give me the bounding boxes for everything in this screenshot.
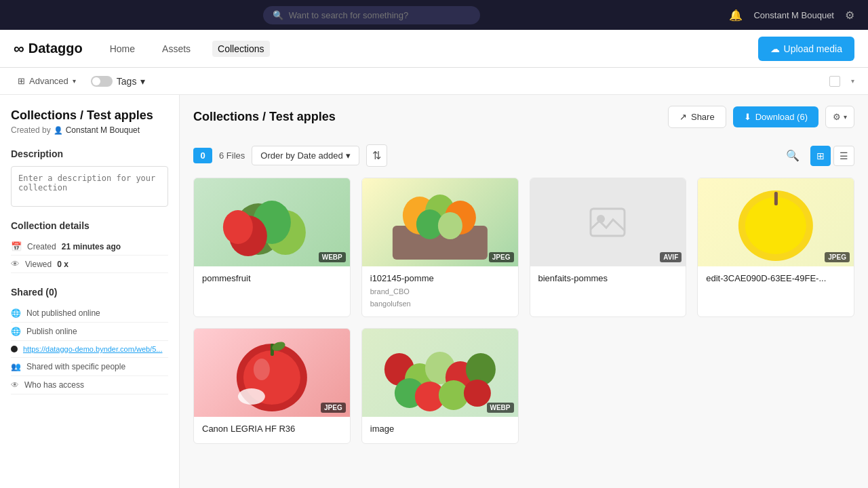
navbar: ∞ Dataggo Home Assets Collections ☁ Uplo… xyxy=(0,30,868,68)
eye-icon: 👁 xyxy=(11,259,20,269)
media-card[interactable]: JPEG Canon LEGRIA HF R36 xyxy=(193,328,351,444)
notification-icon[interactable]: 🔔 xyxy=(729,9,743,22)
main-content: Collections / Test apples Created by 👤 C… xyxy=(0,95,868,488)
advanced-button[interactable]: ⊞ Advanced ▾ xyxy=(14,73,80,89)
toggle-track[interactable] xyxy=(91,76,113,87)
details-section-title: Collection details xyxy=(11,220,168,231)
shared-section-title: Shared (0) xyxy=(11,287,168,298)
navbar-left: ∞ Dataggo Home Assets Collections xyxy=(14,40,270,58)
created-by-user: Constant M Bouquet xyxy=(66,125,140,135)
list-view-button[interactable]: ☰ xyxy=(833,146,854,166)
nav-home[interactable]: Home xyxy=(104,41,140,57)
media-card[interactable]: JPEG edit-3CAE090D-63EE-49FE-... xyxy=(697,178,854,317)
upload-media-button[interactable]: ☁ Upload media xyxy=(758,37,854,61)
format-badge: JPEG xyxy=(321,403,346,413)
files-label: 6 Files xyxy=(219,150,245,161)
share-icon: ↗ xyxy=(679,112,687,122)
media-card[interactable]: JPEG i102145-pomme brand_CBObangolufsen xyxy=(361,178,519,317)
media-thumbnail: JPEG xyxy=(362,178,518,266)
media-card[interactable]: WEBP image xyxy=(361,328,519,444)
toggle-thumb xyxy=(92,77,100,85)
publish-online-item[interactable]: 🌐 Publish online xyxy=(11,323,168,341)
content-area: Collections / Test apples ↗ Share ⬇ Down… xyxy=(180,95,868,488)
advanced-chevron-icon: ▾ xyxy=(73,77,76,85)
svg-rect-15 xyxy=(774,192,778,205)
user-icon: 👤 xyxy=(54,126,63,135)
checkbox-chevron-icon[interactable]: ▾ xyxy=(851,77,854,85)
media-info: edit-3CAE090D-63EE-49FE-... xyxy=(698,266,854,293)
globe-outline-icon: 🌐 xyxy=(11,327,21,336)
not-published-item[interactable]: 🌐 Not published online xyxy=(11,304,168,323)
format-badge: JPEG xyxy=(489,252,514,262)
select-all-checkbox[interactable] xyxy=(829,76,840,87)
share-button[interactable]: ↗ Share xyxy=(668,106,726,128)
created-by-label: Created by xyxy=(11,125,51,135)
shared-people-item[interactable]: 👥 Shared with specific people xyxy=(11,358,168,376)
media-thumbnail: WEBP xyxy=(362,329,518,417)
svg-rect-11 xyxy=(591,209,625,236)
description-input[interactable] xyxy=(11,166,168,207)
media-thumbnail: JPEG xyxy=(194,329,350,417)
media-name: i102145-pomme xyxy=(370,273,510,283)
media-thumbnail: WEBP xyxy=(194,178,350,266)
filter-sort-button[interactable]: ⇅ xyxy=(366,144,387,167)
upload-icon: ☁ xyxy=(770,43,780,54)
media-info: pommesfruit xyxy=(194,266,350,293)
description-section-title: Description xyxy=(11,148,168,159)
grid-view-button[interactable]: ⊞ xyxy=(810,146,831,166)
search-icon: 🔍 xyxy=(273,10,283,20)
download-icon: ⬇ xyxy=(744,112,751,122)
svg-point-18 xyxy=(254,359,270,380)
filter-bar: 0 6 Files Order by Date added ▾ ⇅ 🔍 ⊞ ☰ xyxy=(193,144,854,167)
content-inner: 0 6 Files Order by Date added ▾ ⇅ 🔍 ⊞ ☰ xyxy=(180,134,868,455)
nav-collections[interactable]: Collections xyxy=(212,41,269,57)
shared-section: Shared (0) 🌐 Not published online 🌐 Publ… xyxy=(11,287,168,394)
media-info: image xyxy=(362,417,518,443)
filter-icon: ⊞ xyxy=(18,76,25,86)
download-button[interactable]: ⬇ Download (6) xyxy=(733,106,818,127)
media-meta: brand_CBObangolufsen xyxy=(370,286,510,310)
order-button[interactable]: Order by Date added ▾ xyxy=(252,146,359,165)
media-grid: WEBP pommesfruit xyxy=(193,178,854,444)
svg-point-4 xyxy=(223,210,253,244)
media-thumbnail: AVIF xyxy=(530,178,686,266)
search-input[interactable] xyxy=(289,10,471,20)
media-card[interactable]: WEBP pommesfruit xyxy=(193,178,351,317)
share-url-item[interactable]: https://dataggo-demo.bynder.com/web/5... xyxy=(11,341,168,358)
who-access-item[interactable]: 👁 Who has access xyxy=(11,376,168,394)
gear-icon: ⚙ xyxy=(833,112,841,122)
media-name: Canon LEGRIA HF R36 xyxy=(202,424,342,434)
media-card[interactable]: AVIF bienfaits-pommes xyxy=(530,178,687,317)
svg-point-21 xyxy=(238,388,265,405)
media-name: edit-3CAE090D-63EE-49FE-... xyxy=(706,273,846,283)
media-thumbnail: JPEG xyxy=(698,178,854,266)
collection-settings-button[interactable]: ⚙ ▾ xyxy=(825,106,854,128)
sidebar: Collections / Test apples Created by 👤 C… xyxy=(0,95,180,488)
created-detail: 📅 Created 21 minutes ago xyxy=(11,238,168,256)
nav-links: Home Assets Collections xyxy=(104,41,270,57)
tags-toggle[interactable]: Tags ▾ xyxy=(91,76,146,87)
media-name: pommesfruit xyxy=(202,273,342,283)
globe-icon: 🌐 xyxy=(11,308,21,318)
order-chevron-icon: ▾ xyxy=(346,150,351,161)
view-toggle: ⊞ ☰ xyxy=(810,146,854,166)
grid-search-button[interactable]: 🔍 xyxy=(782,145,804,166)
svg-point-10 xyxy=(438,212,462,239)
media-info: bienfaits-pommes xyxy=(530,266,686,293)
search-container[interactable]: 🔍 xyxy=(263,6,480,24)
selected-count-badge: 0 xyxy=(193,148,212,163)
settings-chevron-icon: ▾ xyxy=(844,113,847,121)
media-info: i102145-pomme brand_CBObangolufsen xyxy=(362,266,518,317)
placeholder-image-icon xyxy=(587,202,628,243)
tags-chevron-icon: ▾ xyxy=(140,76,145,87)
format-badge: JPEG xyxy=(825,252,850,262)
settings-icon[interactable]: ⚙ xyxy=(845,9,854,22)
media-info: Canon LEGRIA HF R36 xyxy=(194,417,350,443)
nav-assets[interactable]: Assets xyxy=(157,41,196,57)
format-badge: WEBP xyxy=(319,252,346,262)
page-title: Collections / Test apples xyxy=(193,110,336,124)
breadcrumb: Collections / Test apples xyxy=(11,108,168,123)
calendar-icon: 📅 xyxy=(11,241,22,251)
logo-infinity-icon: ∞ xyxy=(14,40,24,58)
dot-icon xyxy=(11,346,18,352)
